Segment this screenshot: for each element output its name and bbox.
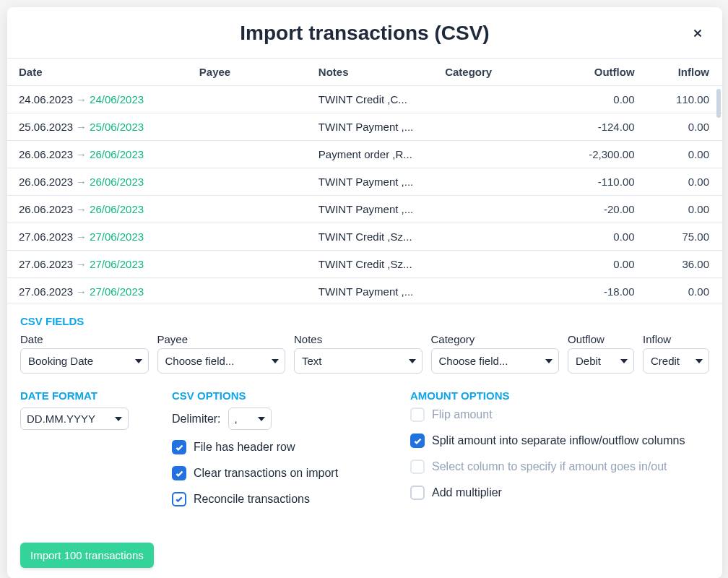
label-flip-amount: Flip amount bbox=[432, 408, 493, 421]
amount-options-section: AMOUNT OPTIONS Flip amount Split amount … bbox=[410, 389, 709, 518]
cell-payee bbox=[194, 86, 313, 113]
checkbox-add-multiplier[interactable] bbox=[410, 486, 425, 500]
label-has-header: File has header row bbox=[194, 441, 295, 454]
checkbox-reconcile[interactable] bbox=[172, 492, 186, 506]
checkbox-select-column bbox=[410, 460, 425, 474]
date-raw: 27.06.2023 bbox=[19, 258, 73, 270]
cell-inflow: 0.00 bbox=[641, 278, 722, 304]
cell-inflow: 0.00 bbox=[641, 113, 722, 141]
scrollbar-thumb[interactable] bbox=[716, 89, 721, 118]
table-row[interactable]: 27.06.2023→27/06/2023TWINT Credit ,Sz...… bbox=[7, 223, 722, 251]
field-label-inflow: Inflow bbox=[643, 333, 709, 345]
table-row[interactable]: 24.06.2023→24/06/2023TWINT Credit ,C...0… bbox=[7, 86, 722, 113]
cell-outflow: -20.00 bbox=[551, 196, 641, 223]
cell-notes: TWINT Credit ,Sz... bbox=[313, 223, 439, 251]
modal-header: Import transactions (CSV) bbox=[7, 7, 722, 58]
cell-category bbox=[439, 113, 551, 141]
table-row[interactable]: 26.06.2023→26/06/2023TWINT Payment ,...-… bbox=[7, 196, 722, 223]
cell-category bbox=[439, 168, 551, 196]
date-parsed: 25/06/2023 bbox=[90, 121, 144, 133]
checkbox-split-amount[interactable] bbox=[410, 434, 425, 448]
cell-notes: TWINT Credit ,Sz... bbox=[313, 251, 439, 278]
date-format-section: DATE FORMAT DD.MM.YYYY bbox=[20, 389, 143, 518]
table-row[interactable]: 26.06.2023→26/06/2023TWINT Payment ,...-… bbox=[7, 168, 722, 196]
select-delimiter[interactable]: , bbox=[228, 407, 272, 430]
delimiter-label: Delimiter: bbox=[172, 413, 221, 426]
chevron-down-icon bbox=[696, 359, 703, 363]
csv-fields-section: CSV FIELDS Date Booking Date Payee Choos… bbox=[7, 303, 722, 374]
cell-outflow: 0.00 bbox=[551, 251, 641, 278]
col-header-notes: Notes bbox=[313, 59, 439, 86]
select-notes-field[interactable]: Text bbox=[294, 348, 422, 374]
cell-payee bbox=[194, 278, 313, 304]
select-date-format[interactable]: DD.MM.YYYY bbox=[20, 407, 129, 430]
select-outflow-field[interactable]: Debit bbox=[568, 348, 634, 374]
checkbox-has-header[interactable] bbox=[172, 440, 186, 454]
cell-inflow: 0.00 bbox=[641, 196, 722, 223]
chevron-down-icon bbox=[135, 359, 142, 363]
table-row[interactable]: 27.06.2023→27/06/2023TWINT Payment ,...-… bbox=[7, 278, 722, 304]
transactions-table: Date Payee Notes Category Outflow Inflow… bbox=[7, 59, 722, 303]
cell-payee bbox=[194, 113, 313, 141]
arrow-icon: → bbox=[76, 121, 87, 133]
date-raw: 26.06.2023 bbox=[19, 203, 73, 215]
date-raw: 25.06.2023 bbox=[19, 121, 73, 133]
select-payee-field[interactable]: Choose field... bbox=[157, 348, 286, 374]
close-button[interactable] bbox=[688, 23, 708, 43]
cell-payee bbox=[194, 141, 313, 168]
date-parsed: 26/06/2023 bbox=[90, 203, 144, 215]
csv-options-title: CSV OPTIONS bbox=[172, 389, 381, 402]
field-label-outflow: Outflow bbox=[568, 333, 634, 345]
date-parsed: 27/06/2023 bbox=[90, 230, 144, 243]
cell-notes: TWINT Payment ,... bbox=[313, 278, 439, 304]
arrow-icon: → bbox=[76, 148, 87, 160]
arrow-icon: → bbox=[76, 285, 87, 298]
field-label-payee: Payee bbox=[157, 333, 286, 345]
date-raw: 26.06.2023 bbox=[19, 148, 73, 160]
amount-options-title: AMOUNT OPTIONS bbox=[410, 389, 709, 402]
chevron-down-icon bbox=[258, 417, 265, 421]
label-add-multiplier: Add multiplier bbox=[432, 486, 502, 499]
chevron-down-icon bbox=[272, 359, 279, 363]
cell-outflow: -2,300.00 bbox=[551, 141, 641, 168]
cell-inflow: 110.00 bbox=[641, 86, 722, 113]
options-row: DATE FORMAT DD.MM.YYYY CSV OPTIONS Delim… bbox=[7, 374, 722, 518]
csv-fields-title: CSV FIELDS bbox=[20, 315, 709, 327]
select-date-field[interactable]: Booking Date bbox=[20, 348, 149, 374]
arrow-icon: → bbox=[76, 203, 87, 215]
table-row[interactable]: 27.06.2023→27/06/2023TWINT Credit ,Sz...… bbox=[7, 251, 722, 278]
chevron-down-icon bbox=[115, 417, 122, 421]
modal-title: Import transactions (CSV) bbox=[240, 22, 489, 45]
cell-category bbox=[439, 278, 551, 304]
table-row[interactable]: 25.06.2023→25/06/2023TWINT Payment ,...-… bbox=[7, 113, 722, 141]
cell-inflow: 75.00 bbox=[641, 223, 722, 251]
cell-category bbox=[439, 223, 551, 251]
table-row[interactable]: 26.06.2023→26/06/2023Payment order ,R...… bbox=[7, 141, 722, 168]
select-category-field[interactable]: Choose field... bbox=[431, 348, 560, 374]
select-inflow-field[interactable]: Credit bbox=[643, 348, 709, 374]
date-raw: 26.06.2023 bbox=[19, 176, 73, 188]
chevron-down-icon bbox=[409, 359, 416, 363]
cell-payee bbox=[194, 223, 313, 251]
close-icon bbox=[691, 27, 704, 40]
cell-notes: TWINT Payment ,... bbox=[313, 196, 439, 223]
date-parsed: 27/06/2023 bbox=[90, 258, 144, 270]
chevron-down-icon bbox=[545, 359, 552, 363]
cell-category bbox=[439, 196, 551, 223]
csv-options-section: CSV OPTIONS Delimiter: , File has header… bbox=[172, 389, 381, 518]
date-raw: 24.06.2023 bbox=[19, 93, 73, 105]
label-clear-on-import: Clear transactions on import bbox=[194, 467, 338, 480]
date-format-title: DATE FORMAT bbox=[20, 389, 143, 402]
date-parsed: 27/06/2023 bbox=[90, 285, 144, 298]
date-parsed: 24/06/2023 bbox=[90, 93, 144, 105]
checkbox-clear-on-import[interactable] bbox=[172, 466, 186, 480]
arrow-icon: → bbox=[76, 230, 87, 243]
cell-inflow: 36.00 bbox=[641, 251, 722, 278]
import-button[interactable]: Import 100 transactions bbox=[20, 543, 154, 568]
cell-payee bbox=[194, 168, 313, 196]
col-header-outflow: Outflow bbox=[551, 59, 641, 86]
col-header-inflow: Inflow bbox=[641, 59, 722, 86]
cell-category bbox=[439, 141, 551, 168]
arrow-icon: → bbox=[76, 176, 87, 188]
cell-notes: TWINT Payment ,... bbox=[313, 113, 439, 141]
